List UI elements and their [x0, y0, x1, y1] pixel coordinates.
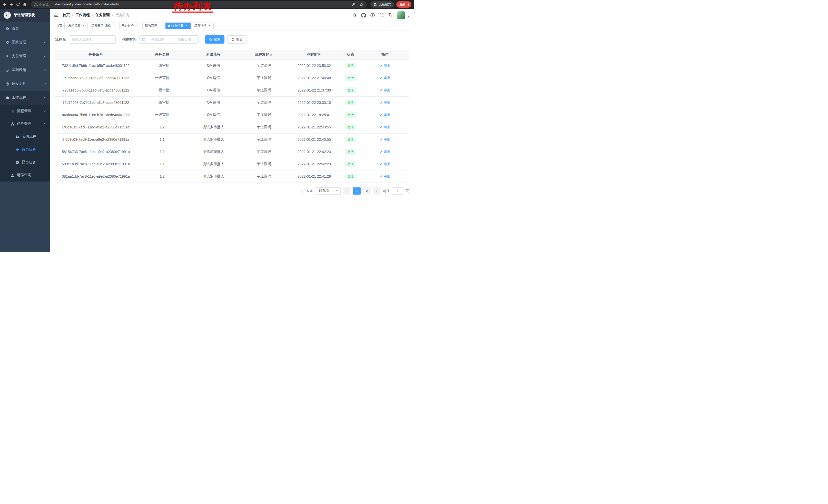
approve-link[interactable]: 审批	[380, 76, 390, 80]
search-icon[interactable]	[352, 13, 357, 18]
approve-label: 审批	[384, 112, 390, 117]
approve-label: 审批	[384, 125, 390, 130]
reset-button[interactable]: 重置	[227, 35, 247, 44]
approve-link[interactable]: 审批	[380, 137, 390, 142]
approve-link[interactable]: 审批	[380, 174, 390, 179]
approve-label: 审批	[384, 76, 390, 80]
password-key-icon[interactable]	[351, 3, 355, 6]
sidebar-item-devtools[interactable]: 研发工具	[0, 77, 50, 91]
approve-link[interactable]: 审批	[380, 88, 390, 93]
approve-link[interactable]: 审批	[380, 125, 390, 130]
search-button-label: 搜索	[214, 37, 220, 42]
home-icon[interactable]	[23, 2, 27, 7]
reload-icon[interactable]	[16, 2, 20, 7]
tab-label: 流程表单-编辑	[91, 24, 111, 28]
table-header-row: 任务编号任务名称所属流程流程发起人创建时间状态操作	[55, 50, 409, 59]
edit-icon	[380, 138, 383, 141]
sidebar-item-payment[interactable]: ¥支付管理	[0, 49, 50, 63]
date-range-picker[interactable]: 开始日期 - 结束日期	[139, 35, 199, 44]
close-icon[interactable]: ×	[112, 24, 116, 28]
table-row: 73211d9d-7b9b-11ec-b5b7-acde48001122一级审批…	[55, 59, 409, 72]
breadcrumb-separator: /	[92, 13, 93, 17]
forward-icon[interactable]	[9, 2, 13, 7]
browser-menu-dots-icon[interactable]	[406, 3, 410, 6]
tab-home[interactable]: 首页	[54, 22, 65, 29]
sidebar-item-leave-query[interactable]: 请假查询	[0, 169, 50, 182]
bookmark-star-icon[interactable]	[359, 3, 363, 6]
cell-initiator: 芋道源码	[239, 146, 289, 158]
cell-task_name: 一级审批	[136, 72, 188, 84]
github-icon[interactable]	[361, 13, 366, 18]
total-count: 共 16 条	[301, 189, 313, 193]
help-icon[interactable]	[370, 13, 375, 18]
sidebar-item-process-management[interactable]: 流程管理	[0, 104, 50, 118]
breadcrumb-item[interactable]: 工作流程	[75, 13, 90, 17]
sidebar-item-home[interactable]: 首页	[0, 21, 50, 35]
table-head: 任务编号任务名称所属流程流程发起人创建时间状态操作	[55, 50, 409, 59]
goto-page-input[interactable]	[392, 187, 403, 194]
address-bar[interactable]: 不安全 dashboard.yudao.iocoder.cn/bpm/task/…	[31, 1, 367, 8]
close-icon[interactable]: ×	[82, 24, 85, 28]
tab-todo-task[interactable]: 待办任务×	[165, 22, 191, 29]
user-avatar[interactable]	[397, 11, 405, 19]
close-icon[interactable]: ×	[135, 24, 139, 28]
briefcase-icon	[5, 96, 9, 100]
sidebar-item-task-management[interactable]: 任务管理	[0, 118, 50, 130]
active-dot	[168, 25, 170, 27]
edit-icon	[380, 113, 383, 117]
cell-status: 激活	[340, 121, 361, 133]
cell-process: 测试多审批人	[188, 158, 239, 170]
sidebar-item-todo-task[interactable]: 待办任务	[0, 143, 50, 156]
page-button-2[interactable]: 2	[363, 187, 371, 194]
sidebar-toggle-icon[interactable]	[54, 13, 59, 18]
tab-process-form-edit[interactable]: 流程表单-编辑×	[89, 22, 118, 29]
cell-task_id: 73211d9d-7b9b-11ec-b5b7-acde48001122	[55, 59, 136, 72]
org-icon	[10, 122, 14, 126]
approve-link[interactable]: 审批	[380, 100, 390, 105]
sidebar-item-label: 支付管理	[12, 54, 26, 58]
status-badge: 激活	[345, 161, 356, 167]
logo-rabbit-icon	[3, 11, 11, 19]
breadcrumb-item[interactable]: 首页	[63, 13, 70, 17]
approve-link[interactable]: 审批	[380, 112, 390, 117]
close-icon[interactable]: ×	[158, 24, 162, 28]
close-icon[interactable]: ×	[185, 24, 188, 28]
approve-link[interactable]: 审批	[380, 149, 390, 154]
tab-done-task[interactable]: 已办任务×	[119, 22, 141, 29]
list-icon	[10, 109, 14, 113]
cell-initiator: 芋道源码	[239, 109, 289, 121]
font-size-icon[interactable]: TT	[388, 13, 393, 18]
cell-created_at: 2022-01-21 22:43:55	[289, 133, 340, 146]
breadcrumb-item[interactable]: 任务管理	[95, 13, 110, 17]
sidebar-item-done-task[interactable]: 已办任务	[0, 156, 50, 169]
tab-start-process[interactable]: 发起流程×	[66, 22, 88, 29]
approve-link[interactable]: 审批	[380, 162, 390, 166]
omnibox-divider	[52, 3, 52, 6]
process-name-input[interactable]	[69, 35, 116, 44]
update-button[interactable]: 更新	[396, 1, 411, 8]
sidebar: 芋道管理系统 首页系统管理¥支付管理基础设施研发工具工作流程流程管理任务管理我的…	[0, 9, 50, 252]
cell-action: 审批	[361, 59, 409, 72]
status-badge: 激活	[345, 112, 356, 118]
select-caret-icon	[335, 190, 338, 191]
approve-link[interactable]: 审批	[380, 63, 390, 68]
page-size-select[interactable]: 10条/页	[316, 187, 341, 194]
table-row: 75d72608-7b7f-11ec-a3c8-acde48001122一级审批…	[55, 96, 409, 109]
edit-icon	[380, 77, 383, 80]
sidebar-item-workflow[interactable]: 工作流程	[0, 91, 50, 104]
sidebar-item-my-process[interactable]: 我的流程	[0, 130, 50, 143]
close-icon[interactable]: ×	[208, 24, 211, 28]
page-button-1[interactable]: 1	[353, 187, 361, 194]
chevron-down-icon	[43, 55, 46, 58]
tab-my-process[interactable]: 我的流程×	[142, 22, 164, 29]
sidebar-item-infrastructure[interactable]: 基础设施	[0, 63, 50, 77]
sidebar-item-system[interactable]: 系统管理	[0, 35, 50, 49]
tab-process-detail[interactable]: 流程详情×	[192, 22, 214, 29]
search-button-icon	[209, 38, 212, 41]
prev-page-button[interactable]	[343, 187, 350, 194]
caret-down-icon[interactable]	[407, 15, 410, 18]
fullscreen-icon[interactable]	[379, 13, 384, 18]
back-icon[interactable]	[3, 2, 7, 7]
next-page-button[interactable]	[373, 187, 381, 194]
search-button[interactable]: 搜索	[205, 35, 224, 44]
